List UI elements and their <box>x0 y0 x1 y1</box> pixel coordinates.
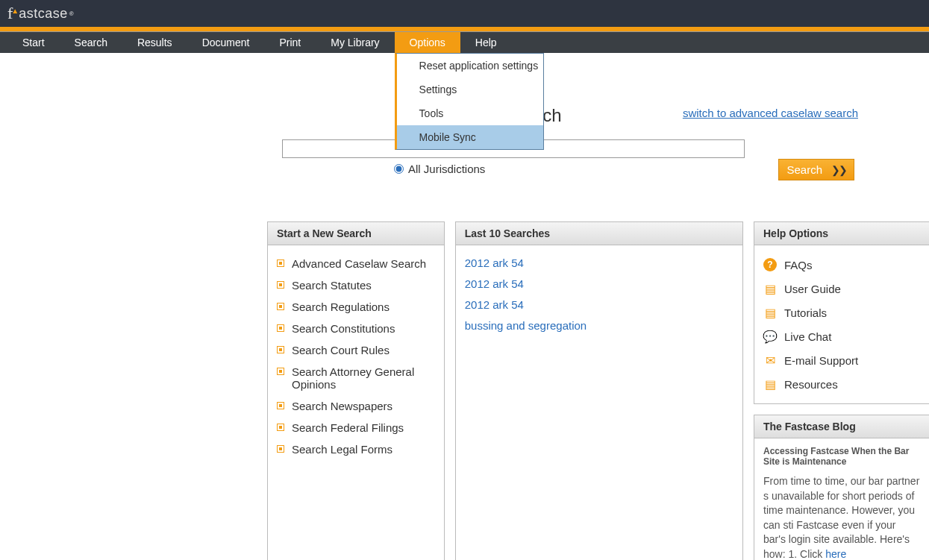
question-circle-icon: ? <box>763 258 777 271</box>
blog-panel: The Fastcase Blog Accessing Fastcase Whe… <box>754 415 929 560</box>
logo-reg: ® <box>69 10 74 17</box>
all-jurisdictions-radio[interactable] <box>394 164 404 174</box>
blog-post-title: Accessing Fastcase When the Bar Site is … <box>754 438 929 470</box>
bullet-icon <box>277 324 284 332</box>
list-item[interactable]: ✉E-mail Support <box>763 348 920 372</box>
list-item[interactable]: Search Attorney General Opinions <box>277 361 435 395</box>
help-options-panel: Help Options ?FAQs ▤User Guide ▤Tutorial… <box>754 221 929 404</box>
list-item[interactable]: ?FAQs <box>763 253 920 277</box>
document-icon: ▤ <box>763 282 777 295</box>
dropdown-settings[interactable]: Settings <box>397 78 543 101</box>
list-item[interactable]: bussing and segregation <box>465 315 733 336</box>
chevron-right-icon: ❯❯ <box>831 164 846 176</box>
panel-header: Last 10 Searches <box>456 222 742 245</box>
search-history-list: 2012 ark 54 2012 ark 54 2012 ark 54 buss… <box>465 253 733 336</box>
logo-rest: astcase <box>19 6 68 22</box>
list-item[interactable]: 💬Live Chat <box>763 324 920 348</box>
list-item[interactable]: Search Newspapers <box>277 395 435 417</box>
nav-my-library[interactable]: My Library <box>316 32 394 53</box>
list-item[interactable]: 2012 ark 54 <box>465 274 733 295</box>
nav-help[interactable]: Help <box>460 32 512 53</box>
blog-post-body: From time to time, our bar partner s una… <box>754 470 929 560</box>
list-item[interactable]: Search Court Rules <box>277 339 435 361</box>
start-new-search-panel: Start a New Search Advanced Caselaw Sear… <box>267 221 445 560</box>
list-item[interactable]: Search Regulations <box>277 296 435 318</box>
right-column: Help Options ?FAQs ▤User Guide ▤Tutorial… <box>754 221 929 560</box>
list-item[interactable]: Search Federal Filings <box>277 417 435 438</box>
bullet-icon <box>277 259 284 267</box>
nav-start[interactable]: Start <box>7 32 60 53</box>
list-item[interactable]: Search Statutes <box>277 274 435 296</box>
dropdown-tools[interactable]: Tools <box>397 101 543 125</box>
flame-icon: ▲ <box>11 7 19 15</box>
dropdown-reset-settings[interactable]: Reset application settings <box>397 54 543 78</box>
options-dropdown: Reset application settings Settings Tool… <box>395 53 544 150</box>
bullet-icon <box>277 346 284 353</box>
start-new-search-list: Advanced Caselaw Search Search Statutes … <box>277 253 435 460</box>
panel-header: The Fastcase Blog <box>754 415 929 438</box>
list-item[interactable]: ▤User Guide <box>763 277 920 301</box>
advanced-search-link[interactable]: switch to advanced caselaw search <box>683 107 858 119</box>
list-item[interactable]: 2012 ark 54 <box>465 295 733 315</box>
logo[interactable]: f ▲ astcase ® <box>7 4 74 23</box>
top-header: f ▲ astcase ® <box>0 0 929 27</box>
panel-header: Help Options <box>754 222 929 245</box>
bullet-icon <box>277 424 284 431</box>
nav-document[interactable]: Document <box>187 32 265 53</box>
nav-results[interactable]: Results <box>122 32 187 53</box>
last-10-searches-panel: Last 10 Searches 2012 ark 54 2012 ark 54… <box>455 221 743 560</box>
bullet-icon <box>277 303 284 310</box>
panels-container: Start a New Search Advanced Caselaw Sear… <box>0 221 929 560</box>
mail-icon: ✉ <box>763 353 777 367</box>
list-item[interactable]: ▤Tutorials <box>763 301 920 324</box>
bullet-icon <box>277 368 284 375</box>
bullet-icon <box>277 402 284 409</box>
document-icon: ▤ <box>763 377 777 391</box>
list-item[interactable]: 2012 ark 54 <box>465 253 733 274</box>
nav-search[interactable]: Search <box>60 32 122 53</box>
nav-options[interactable]: Options Reset application settings Setti… <box>395 32 460 53</box>
help-list: ?FAQs ▤User Guide ▤Tutorials 💬Live Chat … <box>763 253 920 396</box>
all-jurisdictions-label: All Jurisdictions <box>408 163 485 175</box>
document-icon: ▤ <box>763 306 777 319</box>
list-item[interactable]: Advanced Caselaw Search <box>277 253 435 274</box>
nav-print[interactable]: Print <box>264 32 316 53</box>
dropdown-mobile-sync[interactable]: Mobile Sync <box>397 125 543 149</box>
blog-here-link[interactable]: here <box>825 548 846 560</box>
list-item[interactable]: Search Constitutions <box>277 318 435 339</box>
bullet-icon <box>277 281 284 289</box>
list-item[interactable]: Search Legal Forms <box>277 438 435 460</box>
main-nav: Start Search Results Document Print My L… <box>0 32 929 53</box>
search-button[interactable]: Search ❯❯ <box>778 159 854 180</box>
panel-header: Start a New Search <box>268 222 444 245</box>
chat-icon: 💬 <box>763 330 777 343</box>
bullet-icon <box>277 445 284 453</box>
list-item[interactable]: ▤Resources <box>763 372 920 396</box>
